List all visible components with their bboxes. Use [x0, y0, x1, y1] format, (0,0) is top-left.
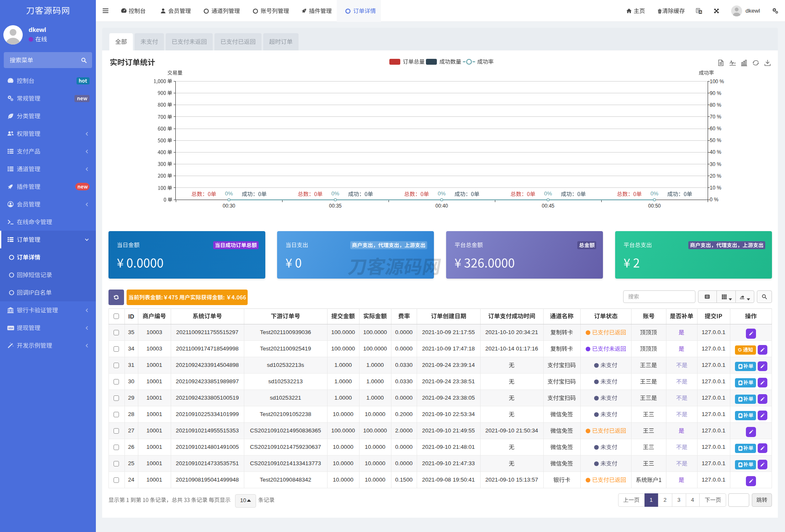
svg-text:VISA: VISA [8, 327, 13, 329]
